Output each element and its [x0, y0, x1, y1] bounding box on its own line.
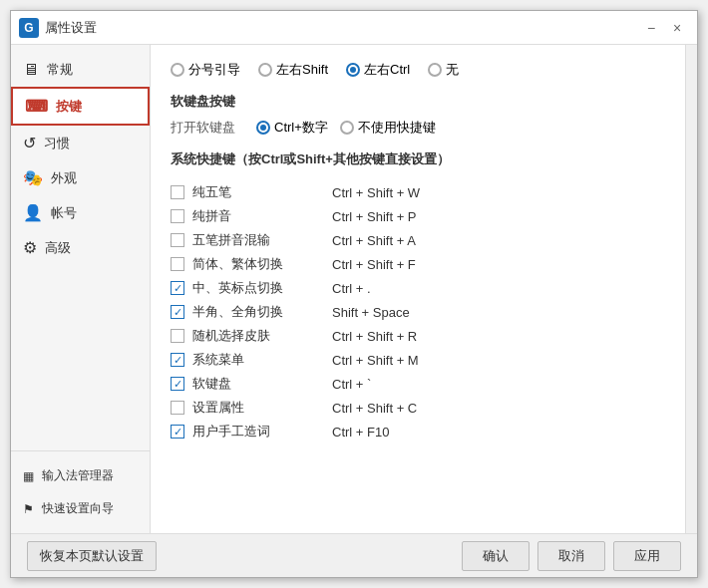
radio-none-label: 无 [446, 61, 459, 79]
ime-manager-label: 输入法管理器 [42, 467, 114, 484]
shortcut-key-wubi-pinyin: Ctrl + Shift + A [332, 233, 665, 248]
shortcut-name-user-dict: 用户手工造词 [192, 423, 332, 441]
shortcut-row-half-full: 半角、全角切换 Shift + Space [171, 300, 665, 324]
confirm-button[interactable]: 确认 [462, 541, 530, 571]
soft-keyboard-section: 软键盘按键 打开软键盘 Ctrl+数字 不使用快捷键 [171, 93, 665, 137]
shortcut-key-soft-kb: Ctrl + ` [332, 377, 665, 392]
main-window: G 属性设置 − × 🖥 常规 ⌨ 按键 ↺ 习惯 🎭 外观 [10, 10, 698, 578]
close-button[interactable]: × [665, 16, 689, 40]
radio-ctrl-num-label: Ctrl+数字 [274, 119, 328, 137]
shortcut-name-pinyin: 纯拼音 [192, 207, 332, 225]
footer: 恢复本页默认设置 确认 取消 应用 [11, 533, 697, 577]
radio-ctrl-num[interactable]: Ctrl+数字 [256, 119, 328, 137]
sidebar-item-appearance[interactable]: 🎭 外观 [11, 160, 150, 195]
shortcut-key-half-full: Shift + Space [332, 305, 665, 320]
habits-icon: ↺ [23, 134, 36, 152]
sidebar-label-advanced: 高级 [45, 239, 71, 257]
sidebar-item-account[interactable]: 👤 帐号 [11, 195, 150, 230]
window-title: 属性设置 [45, 19, 97, 37]
radio-no-shortcut-label: 不使用快捷键 [358, 119, 436, 137]
open-soft-keyboard-label: 打开软键盘 [171, 119, 240, 137]
shortcut-name-wubi: 纯五笔 [192, 183, 332, 201]
checkbox-cn-en[interactable] [171, 281, 184, 295]
shortcut-row-wubi: 纯五笔 Ctrl + Shift + W [171, 180, 665, 204]
appearance-icon: 🎭 [23, 168, 43, 187]
quick-setup-tool[interactable]: ⚑ 快速设置向导 [11, 492, 150, 525]
scrollbar[interactable] [685, 45, 697, 533]
restore-defaults-button[interactable]: 恢复本页默认设置 [27, 541, 157, 571]
sidebar-label-habits: 习惯 [44, 135, 70, 152]
radio-lr-shift-label: 左右Shift [276, 61, 328, 79]
shortcut-row-sys-menu: 系统菜单 Ctrl + Shift + M [171, 348, 665, 372]
sidebar: 🖥 常规 ⌨ 按键 ↺ 习惯 🎭 外观 👤 帐号 ⚙ 高级 [11, 45, 151, 533]
soft-keyboard-open-row: 打开软键盘 Ctrl+数字 不使用快捷键 [171, 119, 665, 137]
shortcut-name-wubi-pinyin: 五笔拼音混输 [192, 231, 332, 249]
shortcut-row-cn-en: 中、英标点切换 Ctrl + . [171, 276, 665, 300]
soft-kb-radio-group: Ctrl+数字 不使用快捷键 [256, 119, 436, 137]
shortcut-row-wubi-pinyin: 五笔拼音混输 Ctrl + Shift + A [171, 228, 665, 252]
apply-button[interactable]: 应用 [613, 541, 681, 571]
quick-setup-icon: ⚑ [23, 502, 34, 516]
minimize-button[interactable]: − [639, 16, 663, 40]
shortcut-row-soft-kb: 软键盘 Ctrl + ` [171, 372, 665, 396]
radio-none[interactable]: 无 [428, 61, 459, 79]
checkbox-properties[interactable] [171, 401, 184, 415]
shortcut-row-simp-trad: 简体、繁体切换 Ctrl + Shift + F [171, 252, 665, 276]
shortcut-row-properties: 设置属性 Ctrl + Shift + C [171, 396, 665, 420]
sidebar-label-account: 帐号 [51, 204, 77, 222]
checkbox-sys-menu[interactable] [171, 353, 184, 367]
shortcut-key-user-dict: Ctrl + F10 [332, 425, 665, 440]
shortcut-row-pinyin: 纯拼音 Ctrl + Shift + P [171, 204, 665, 228]
radio-circle-no-shortcut [340, 121, 354, 135]
main-content: 分号引导 左右Shift 左右Ctrl 无 软键盘按键 [151, 45, 685, 533]
checkbox-user-dict[interactable] [171, 425, 184, 439]
checkbox-wubi[interactable] [171, 185, 184, 199]
switch-method-group: 分号引导 左右Shift 左右Ctrl 无 [171, 61, 665, 79]
shortcut-name-random-skin: 随机选择皮肤 [192, 327, 332, 345]
sidebar-bottom: ▦ 输入法管理器 ⚑ 快速设置向导 [11, 450, 150, 533]
ime-manager-tool[interactable]: ▦ 输入法管理器 [11, 459, 150, 492]
checkbox-half-full[interactable] [171, 305, 184, 319]
sidebar-label-appearance: 外观 [51, 169, 77, 187]
sidebar-item-habits[interactable]: ↺ 习惯 [11, 126, 150, 160]
checkbox-random-skin[interactable] [171, 329, 184, 343]
soft-keyboard-title: 软键盘按键 [171, 93, 665, 111]
radio-circle-lr-shift [258, 63, 272, 77]
sidebar-label-general: 常规 [47, 61, 73, 79]
app-icon: G [19, 18, 39, 38]
checkbox-simp-trad[interactable] [171, 257, 184, 271]
radio-circle-none [428, 63, 442, 77]
radio-semicolon-label: 分号引导 [188, 61, 240, 79]
shortcut-key-properties: Ctrl + Shift + C [332, 401, 665, 416]
radio-lr-shift[interactable]: 左右Shift [258, 61, 328, 79]
account-icon: 👤 [23, 203, 43, 222]
title-controls: − × [639, 16, 689, 40]
shortcut-name-cn-en: 中、英标点切换 [192, 279, 332, 297]
radio-no-shortcut[interactable]: 不使用快捷键 [340, 119, 436, 137]
shortcut-name-simp-trad: 简体、繁体切换 [192, 255, 332, 273]
radio-lr-ctrl[interactable]: 左右Ctrl [346, 61, 410, 79]
shortcut-name-properties: 设置属性 [192, 399, 332, 417]
footer-left: 恢复本页默认设置 [27, 541, 157, 571]
title-bar: G 属性设置 − × [11, 11, 697, 45]
sidebar-item-advanced[interactable]: ⚙ 高级 [11, 230, 150, 265]
sidebar-item-keys[interactable]: ⌨ 按键 [11, 87, 150, 126]
system-shortcuts-title: 系统快捷键（按Ctrl或Shift+其他按键直接设置） [171, 150, 665, 172]
checkbox-soft-kb[interactable] [171, 377, 184, 391]
shortcut-key-cn-en: Ctrl + . [332, 281, 665, 296]
shortcuts-list: 纯五笔 Ctrl + Shift + W 纯拼音 Ctrl + Shift + … [171, 180, 665, 443]
ime-manager-icon: ▦ [23, 469, 34, 483]
keyboard-icon: ⌨ [25, 97, 48, 116]
radio-semicolon[interactable]: 分号引导 [171, 61, 240, 79]
sidebar-item-general[interactable]: 🖥 常规 [11, 53, 150, 87]
quick-setup-label: 快速设置向导 [42, 500, 114, 517]
radio-lr-ctrl-label: 左右Ctrl [364, 61, 410, 79]
checkbox-wubi-pinyin[interactable] [171, 233, 184, 247]
checkbox-pinyin[interactable] [171, 209, 184, 223]
shortcut-name-sys-menu: 系统菜单 [192, 351, 332, 369]
shortcut-row-user-dict: 用户手工造词 Ctrl + F10 [171, 420, 665, 443]
cancel-button[interactable]: 取消 [537, 541, 605, 571]
shortcut-key-wubi: Ctrl + Shift + W [332, 185, 665, 200]
content-area: 🖥 常规 ⌨ 按键 ↺ 习惯 🎭 外观 👤 帐号 ⚙ 高级 [11, 45, 697, 533]
sidebar-label-keys: 按键 [56, 98, 82, 116]
